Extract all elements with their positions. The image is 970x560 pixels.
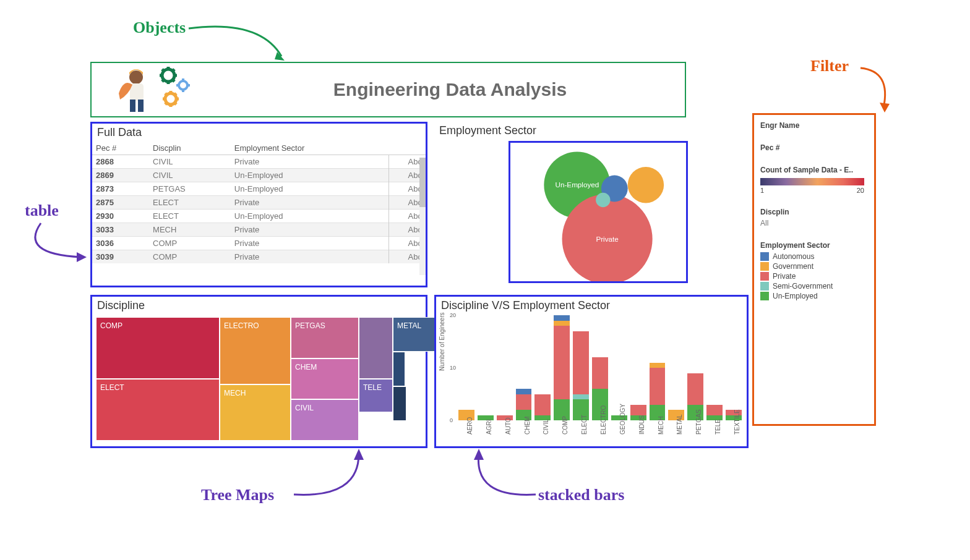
bar-column[interactable]: MECH <box>650 363 666 421</box>
filter-pec[interactable]: Pec # <box>760 143 868 152</box>
full-data-title: Full Data <box>92 124 426 142</box>
bar-column[interactable]: METAL <box>668 410 684 420</box>
column-header[interactable]: Discplin <box>149 142 231 155</box>
treemap-cell[interactable]: COMP <box>96 317 220 379</box>
svg-line-9 <box>173 80 174 82</box>
ytick-20: 20 <box>450 312 456 318</box>
bar-xlabel: TEXTILE <box>734 409 740 435</box>
legend-item[interactable]: Government <box>760 262 868 271</box>
treemap-cell[interactable]: CHEM <box>291 358 359 400</box>
bar-column[interactable]: INDUS <box>630 405 646 421</box>
bar-column[interactable]: ELECT <box>573 331 589 421</box>
full-data-table[interactable]: Pec #DiscplinEmployment Sector 2868CIVIL… <box>92 142 426 263</box>
stacked-card: Discipline V/S Employment Sector Number … <box>434 295 749 448</box>
bar-xlabel: COMP <box>562 416 569 435</box>
bar-column[interactable]: CIVIL <box>534 394 551 421</box>
filter-panel: Engr Name Pec # Count of Sample Data - E… <box>752 113 876 426</box>
table-row[interactable]: 2875ELECTPrivateAbc <box>92 196 426 210</box>
svg-line-10 <box>162 80 164 82</box>
treemap-cell[interactable] <box>393 386 406 421</box>
treemap-cell[interactable] <box>359 317 393 379</box>
bubble[interactable] <box>596 193 610 207</box>
title-icons <box>92 63 215 116</box>
discipline-title: Discipline <box>92 297 426 315</box>
table-row[interactable]: 3036COMPPrivateAbc <box>92 237 426 250</box>
bar-column[interactable]: AUTO <box>497 415 513 421</box>
arrow-treemaps <box>291 449 377 498</box>
svg-line-23 <box>174 103 176 104</box>
treemap-cell[interactable]: PETGAS <box>291 317 359 358</box>
treemap-chart[interactable]: COMPELECTELECTROMECHPETGASCHEMCIVILTELEM… <box>92 315 426 444</box>
legend-item[interactable]: Private <box>760 272 868 281</box>
svg-line-12 <box>162 69 164 71</box>
svg-rect-1 <box>130 83 144 101</box>
table-row[interactable]: 2869CIVILUn-EmployedAbc <box>92 169 426 182</box>
bar-xlabel: MECH <box>658 417 664 435</box>
legend-item[interactable]: Semi-Government <box>760 282 868 291</box>
stacked-ylabel: Number of Engineers <box>439 313 445 371</box>
svg-point-0 <box>129 70 143 84</box>
filter-emp-label: Employment Sector <box>760 241 868 250</box>
full-data-table-wrap: Pec #DiscplinEmployment Sector 2868CIVIL… <box>92 142 426 282</box>
bar-column[interactable]: CHEM <box>516 389 532 420</box>
employment-sector-title: Employment Sector <box>434 122 749 140</box>
bar-xlabel: INDUS <box>638 415 645 435</box>
treemap-cell[interactable]: METAL <box>393 317 435 352</box>
filter-discplin-value[interactable]: All <box>760 219 868 227</box>
column-header[interactable]: Employment Sector <box>231 142 388 155</box>
filter-engr-name[interactable]: Engr Name <box>760 121 868 130</box>
table-scrollbar[interactable] <box>419 158 426 275</box>
annotation-stacked-bars: stacked bars <box>538 486 624 504</box>
bar-xlabel: CHEM <box>524 417 531 435</box>
bar-column[interactable]: AERO <box>458 410 474 420</box>
annotation-filter: Filter <box>810 57 849 75</box>
svg-line-25 <box>174 93 176 95</box>
bar-xlabel: GEOLOGY <box>619 404 626 435</box>
svg-line-26 <box>165 93 167 95</box>
annotation-objects: Objects <box>133 19 186 37</box>
stacked-bars-chart[interactable]: AEROAGRIAUTOCHEMCIVILCOMPELECTELECTROGEO… <box>458 314 742 420</box>
gradient-max: 20 <box>857 187 864 194</box>
bar-column[interactable]: TEXTILE <box>726 410 742 420</box>
annotation-table: table <box>25 202 59 220</box>
table-row[interactable]: 3039COMPPrivateAbc <box>92 250 426 264</box>
column-header[interactable]: Pec # <box>92 142 149 155</box>
bar-xlabel: ELECT <box>581 415 588 435</box>
bar-xlabel: AGRI <box>486 420 492 435</box>
table-row[interactable]: 3033MECHPrivateAbc <box>92 223 426 237</box>
bar-column[interactable]: COMP <box>554 315 570 420</box>
bar-xlabel: TELE <box>715 419 721 435</box>
treemap-cell[interactable]: ELECT <box>96 379 220 441</box>
legend-item[interactable]: Un-Employed <box>760 292 868 300</box>
title-bar: Engineering Data Analysis <box>90 62 686 117</box>
treemap-cell[interactable] <box>393 352 405 386</box>
table-row[interactable]: 2868CIVILPrivateAbc <box>92 155 426 169</box>
svg-line-24 <box>165 103 167 104</box>
bar-xlabel: ELECTRO <box>600 405 607 435</box>
legend-item[interactable]: Autonomous <box>760 252 868 261</box>
bar-column[interactable]: AGRI <box>478 415 494 421</box>
bubble-chart[interactable]: Un-EmployedPrivate <box>509 141 688 283</box>
bar-column[interactable]: GEOLOGY <box>611 415 627 421</box>
bar-column[interactable]: TELE <box>706 405 723 421</box>
annotation-treemaps: Tree Maps <box>201 486 274 504</box>
svg-text:Un-Employed: Un-Employed <box>556 180 599 189</box>
table-row[interactable]: 2873PETGASUn-EmployedAbc <box>92 182 426 196</box>
gears-icon <box>160 67 194 112</box>
treemap-cell[interactable]: MECH <box>220 384 291 441</box>
filter-discplin-label: Discplin <box>760 208 868 216</box>
bar-xlabel: AERO <box>466 417 473 435</box>
ytick-10: 10 <box>450 365 456 371</box>
color-gradient-legend <box>760 178 864 185</box>
bubble[interactable] <box>628 167 664 203</box>
svg-point-13 <box>179 81 187 90</box>
table-row[interactable]: 2930ELECTUn-EmployedAbc <box>92 210 426 223</box>
treemap-cell[interactable]: TELE <box>359 379 393 412</box>
bar-xlabel: PETGAS <box>695 409 702 435</box>
treemap-cell[interactable]: ELECTRO <box>220 317 291 384</box>
svg-text:Private: Private <box>596 235 618 243</box>
treemap-cell[interactable]: CIVIL <box>291 399 359 441</box>
bar-column[interactable]: PETGAS <box>687 373 703 421</box>
dashboard-title: Engineering Data Analysis <box>215 79 685 100</box>
bar-column[interactable]: ELECTRO <box>592 357 608 420</box>
